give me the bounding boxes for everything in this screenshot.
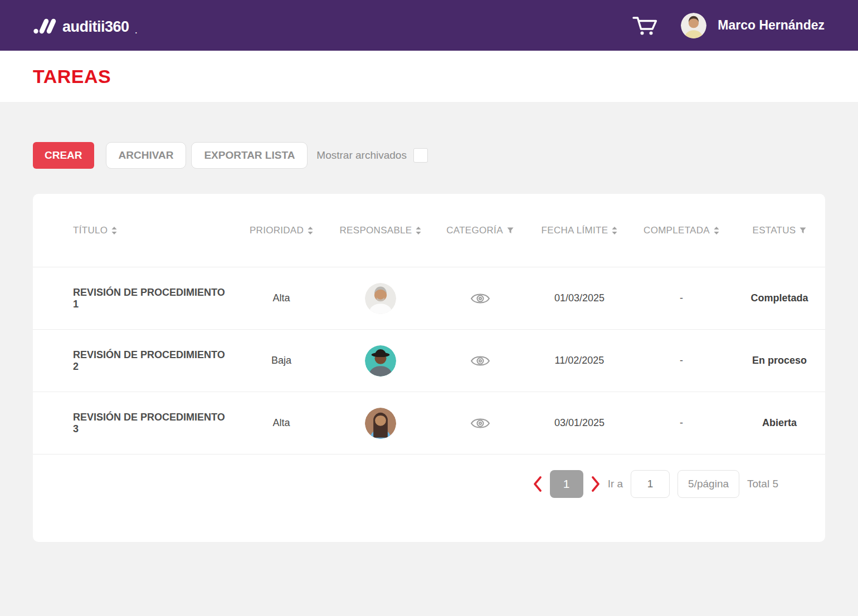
task-title: REVISIÓN DE PROCEDIMIENTO 2 bbox=[33, 349, 232, 373]
task-title: REVISIÓN DE PROCEDIMIENTO 1 bbox=[33, 287, 232, 310]
sort-icon bbox=[612, 227, 617, 234]
page-size-select[interactable]: 5/página bbox=[677, 470, 739, 498]
filter-icon bbox=[507, 227, 514, 234]
column-label: FECHA LÍMITE bbox=[542, 225, 608, 236]
show-archived-label: Mostrar archivados bbox=[316, 149, 407, 162]
filter-icon bbox=[800, 227, 806, 234]
category-eye-icon[interactable] bbox=[470, 353, 490, 369]
total-count-label: Total 5 bbox=[747, 478, 778, 490]
user-name[interactable]: Marco Hernández bbox=[718, 18, 825, 33]
table-row: REVISIÓN DE PROCEDIMIENTO 2 Baja bbox=[33, 329, 825, 392]
topbar-right: Marco Hernández bbox=[632, 13, 825, 38]
table-header-row: TÍTULO PRIORIDAD RESPONSABLE CATEGORÍA F… bbox=[33, 194, 825, 267]
show-archived-checkbox[interactable] bbox=[413, 148, 428, 163]
column-label: PRIORIDAD bbox=[250, 225, 304, 236]
archive-button[interactable]: ARCHIVAR bbox=[106, 142, 187, 169]
column-label: CATEGORÍA bbox=[446, 225, 503, 236]
sort-icon bbox=[416, 227, 421, 234]
column-header-prioridad[interactable]: PRIORIDAD bbox=[232, 225, 331, 236]
task-due-date: 03/01/2025 bbox=[530, 417, 629, 429]
brand-name: auditii360 bbox=[62, 19, 129, 35]
tasks-table-card: TÍTULO PRIORIDAD RESPONSABLE CATEGORÍA F… bbox=[33, 194, 825, 542]
column-label: TÍTULO bbox=[73, 225, 108, 236]
current-page-button[interactable]: 1 bbox=[550, 470, 583, 498]
task-completed: - bbox=[629, 417, 734, 429]
task-priority: Alta bbox=[232, 292, 331, 304]
column-label: ESTATUS bbox=[753, 225, 796, 236]
goto-page-input[interactable] bbox=[631, 470, 670, 498]
column-header-fecha-limite[interactable]: FECHA LÍMITE bbox=[530, 225, 629, 236]
cart-icon[interactable] bbox=[632, 14, 659, 37]
category-eye-icon[interactable] bbox=[470, 415, 490, 431]
task-status: Completada bbox=[734, 292, 825, 304]
column-label: RESPONSABLE bbox=[340, 225, 412, 236]
table-row: REVISIÓN DE PROCEDIMIENTO 3 Alta bbox=[33, 392, 825, 454]
task-completed: - bbox=[629, 292, 734, 304]
brand-logo-icon bbox=[33, 17, 57, 35]
responsable-avatar bbox=[365, 345, 396, 377]
user-avatar[interactable] bbox=[681, 13, 706, 38]
sort-icon bbox=[308, 227, 313, 234]
column-header-estatus[interactable]: ESTATUS bbox=[734, 225, 825, 236]
title-band: TAREAS bbox=[0, 51, 858, 102]
column-label: COMPLETADA bbox=[644, 225, 710, 236]
column-header-completada[interactable]: COMPLETADA bbox=[629, 225, 734, 236]
brand-trademark-dot: . bbox=[135, 27, 138, 35]
next-page-chevron-icon[interactable] bbox=[591, 476, 600, 492]
create-button[interactable]: CREAR bbox=[33, 142, 94, 169]
page-title: TAREAS bbox=[33, 66, 111, 87]
task-status: Abierta bbox=[734, 417, 825, 429]
task-title: REVISIÓN DE PROCEDIMIENTO 3 bbox=[33, 412, 232, 435]
category-eye-icon[interactable] bbox=[470, 291, 490, 306]
responsable-avatar bbox=[365, 283, 396, 314]
task-due-date: 11/02/2025 bbox=[530, 355, 629, 366]
brand-logo[interactable]: auditii360 . bbox=[33, 17, 137, 35]
prev-page-chevron-icon[interactable] bbox=[533, 476, 542, 492]
responsable-avatar bbox=[365, 408, 396, 439]
export-list-button[interactable]: EXPORTAR LISTA bbox=[191, 142, 308, 169]
top-nav-bar: auditii360 . Marco Hernández bbox=[0, 0, 858, 51]
sort-icon bbox=[714, 227, 719, 234]
sort-icon bbox=[111, 227, 117, 234]
task-due-date: 01/03/2025 bbox=[530, 292, 629, 304]
pagination: 1 Ir a 5/página Total 5 bbox=[33, 454, 825, 498]
column-header-responsable[interactable]: RESPONSABLE bbox=[331, 225, 430, 236]
task-completed: - bbox=[629, 355, 734, 366]
task-priority: Baja bbox=[232, 355, 331, 366]
toolbar: CREAR ARCHIVAR EXPORTAR LISTA Mostrar ar… bbox=[33, 142, 825, 169]
task-priority: Alta bbox=[232, 417, 331, 429]
goto-page-label: Ir a bbox=[608, 478, 623, 490]
column-header-categoria[interactable]: CATEGORÍA bbox=[430, 225, 530, 236]
table-row: REVISIÓN DE PROCEDIMIENTO 1 Alta bbox=[33, 267, 825, 329]
column-header-titulo[interactable]: TÍTULO bbox=[33, 225, 232, 236]
task-status: En proceso bbox=[734, 355, 825, 366]
